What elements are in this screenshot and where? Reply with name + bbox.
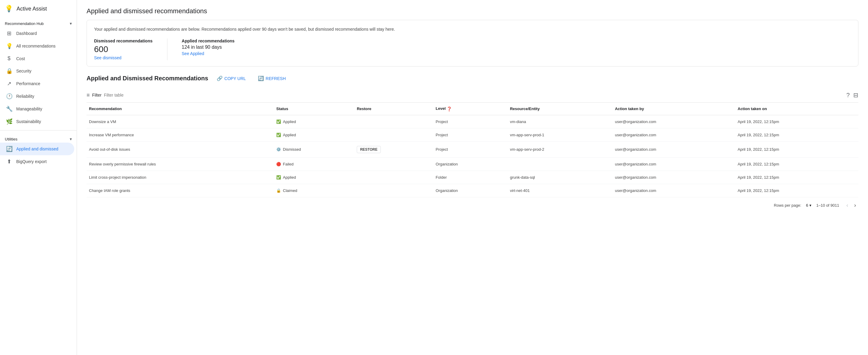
- cell-action-by: user@organization.com: [613, 184, 735, 197]
- cell-resource: [508, 157, 613, 171]
- sidebar-item-label: Applied and dismissed: [16, 147, 58, 151]
- table-row: Increase VM performance ✅ Applied Projec…: [87, 128, 858, 141]
- cell-recommendation: Change IAM role grants: [87, 184, 274, 197]
- prev-page-button[interactable]: ‹: [844, 201, 850, 210]
- table-row: Limit cross-project impersonation ✅ Appl…: [87, 171, 858, 184]
- cell-level: Folder: [433, 171, 508, 184]
- status-icon: ⚙️: [276, 147, 281, 152]
- info-box: Your applied and dismissed recommendatio…: [87, 20, 858, 66]
- sidebar-item-cost[interactable]: $ Cost: [0, 52, 74, 65]
- cell-status: 🔒 Claimed: [274, 184, 354, 197]
- sidebar-item-sustainability[interactable]: 🌿 Sustainability: [0, 115, 74, 128]
- cell-level: Project: [433, 128, 508, 141]
- refresh-icon: 🔄: [258, 76, 264, 81]
- cell-resource: grunk-data-sql: [508, 171, 613, 184]
- cell-restore: [354, 115, 433, 128]
- status-icon: 🔒: [276, 188, 281, 193]
- cell-recommendation: Downsize a VM: [87, 115, 274, 128]
- col-action-by: Action taken by: [613, 102, 735, 115]
- cell-level: Project: [433, 115, 508, 128]
- cell-action-by: user@organization.com: [613, 128, 735, 141]
- status-icon: ✅: [276, 133, 281, 137]
- wrench-icon: 🔧: [6, 106, 12, 112]
- restore-button[interactable]: RESTORE: [357, 146, 381, 153]
- clock-icon: 🕐: [6, 93, 12, 99]
- cell-level: Organization: [433, 184, 508, 197]
- status-icon: ✅: [276, 175, 281, 180]
- cell-recommendation: Increase VM performance: [87, 128, 274, 141]
- dashboard-icon: ⊞: [6, 30, 12, 37]
- cell-status: ✅ Applied: [274, 171, 354, 184]
- help-icon[interactable]: ?: [846, 92, 850, 99]
- sidebar-item-all-recommendations[interactable]: 💡 All recommendations: [0, 40, 74, 52]
- cell-action-by: user@organization.com: [613, 141, 735, 157]
- see-applied-link[interactable]: See Applied: [182, 51, 205, 56]
- cell-status: ⚙️ Dismissed: [274, 141, 354, 157]
- sidebar-item-label: Reliability: [16, 94, 34, 99]
- sidebar-item-bigquery-export[interactable]: ⬆ BigQuery export: [0, 155, 74, 168]
- col-restore: Restore: [354, 102, 433, 115]
- col-status: Status: [274, 102, 354, 115]
- rows-per-page-value: 6: [806, 203, 808, 208]
- table-row: Review overly permissive firewall rules …: [87, 157, 858, 171]
- recommendations-section-title: Applied and Dismissed Recommendations: [87, 75, 208, 82]
- rows-per-page-select[interactable]: 6 ▾: [806, 203, 811, 208]
- refresh-button[interactable]: 🔄 REFRESH: [254, 74, 289, 83]
- level-help-icon[interactable]: ❓: [446, 107, 452, 111]
- filter-input[interactable]: [104, 93, 844, 97]
- cell-action-by: user@organization.com: [613, 171, 735, 184]
- cell-status: ✅ Applied: [274, 115, 354, 128]
- lock-icon: 🔒: [6, 68, 12, 74]
- copy-url-button[interactable]: 🔗 COPY URL: [213, 74, 249, 83]
- sidebar-item-dashboard[interactable]: ⊞ Dashboard: [0, 27, 74, 40]
- status-text: Applied: [283, 133, 296, 137]
- recommendations-section-header: Applied and Dismissed Recommendations 🔗 …: [87, 74, 858, 83]
- sidebar-item-label: Performance: [16, 81, 40, 86]
- recommendations-table: Recommendation Status Restore Level ❓ Re…: [87, 102, 858, 197]
- cell-action-by: user@organization.com: [613, 157, 735, 171]
- cell-resource: virt-net-401: [508, 184, 613, 197]
- cell-action-on: April 19, 2022, 12:15pm: [735, 171, 858, 184]
- pagination: Rows per page: 6 ▾ 1–10 of 9011 ‹ ›: [87, 197, 858, 214]
- table-row: Change IAM role grants 🔒 Claimed Organiz…: [87, 184, 858, 197]
- cell-restore: [354, 184, 433, 197]
- sidebar-item-applied-and-dismissed[interactable]: 🔄 Applied and dismissed: [0, 143, 74, 155]
- col-resource: Resource/Entity: [508, 102, 613, 115]
- cell-action-by: user@organization.com: [613, 115, 735, 128]
- refresh-icon: 🔄: [6, 146, 12, 152]
- status-text: Applied: [283, 175, 296, 180]
- pagination-range: 1–10 of 9011: [816, 203, 839, 208]
- columns-icon[interactable]: ⊟: [853, 91, 858, 99]
- status-icon: ✅: [276, 119, 281, 124]
- filter-actions: ? ⊟: [846, 91, 858, 99]
- dismissed-stat: Dismissed recommendations 600 See dismis…: [94, 38, 153, 60]
- cell-action-on: April 19, 2022, 12:15pm: [735, 128, 858, 141]
- utilities-header[interactable]: Utilities ▾: [0, 133, 76, 143]
- performance-icon: ↗: [6, 80, 12, 87]
- dismissed-stat-value: 600: [94, 45, 153, 54]
- cell-action-on: April 19, 2022, 12:15pm: [735, 141, 858, 157]
- cell-level: Organization: [433, 157, 508, 171]
- applied-stat-label: Applied recommendations: [182, 38, 235, 43]
- cell-recommendation: Limit cross-project impersonation: [87, 171, 274, 184]
- sidebar-item-security[interactable]: 🔒 Security: [0, 65, 74, 77]
- sidebar-item-manageability[interactable]: 🔧 Manageability: [0, 102, 74, 115]
- cell-status: 🔴 Failed: [274, 157, 354, 171]
- col-level: Level ❓: [433, 102, 508, 115]
- export-icon: ⬆: [6, 158, 12, 165]
- next-page-button[interactable]: ›: [852, 201, 858, 210]
- cell-status: ✅ Applied: [274, 128, 354, 141]
- sidebar-item-reliability[interactable]: 🕐 Reliability: [0, 90, 74, 102]
- chevron-down-icon: ▾: [70, 137, 72, 141]
- recommendations-section: Applied and Dismissed Recommendations 🔗 …: [87, 74, 858, 214]
- see-dismissed-link[interactable]: See dismissed: [94, 55, 121, 60]
- col-action-on: Action taken on: [735, 102, 858, 115]
- chevron-down-icon: ▾: [809, 203, 811, 208]
- chevron-down-icon: ▾: [70, 21, 72, 26]
- cell-recommendation: Avoid out-of-disk issues: [87, 141, 274, 157]
- app-header: 💡 Active Assist: [0, 0, 76, 18]
- status-icon: 🔴: [276, 162, 281, 166]
- sidebar-item-performance[interactable]: ↗ Performance: [0, 77, 74, 90]
- recommendation-hub-header[interactable]: Recommendation Hub ▾: [0, 18, 76, 27]
- info-divider: [167, 38, 167, 60]
